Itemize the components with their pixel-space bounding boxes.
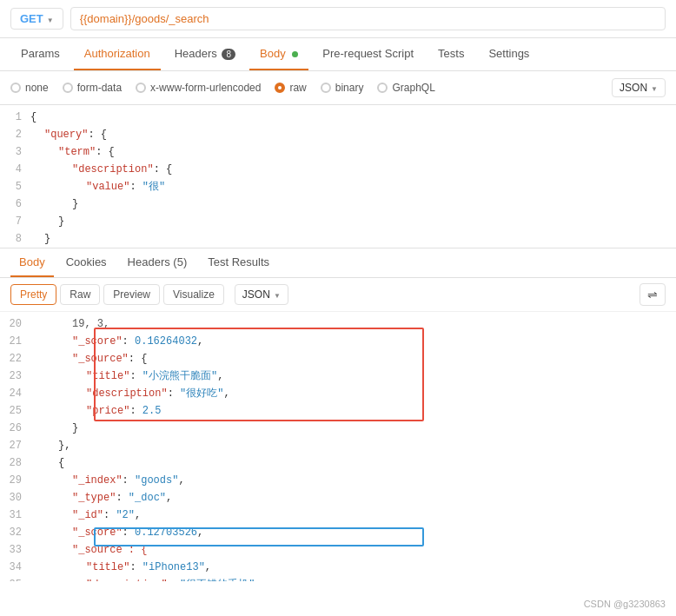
- json-format-selector[interactable]: JSON: [612, 78, 666, 97]
- view-raw-button[interactable]: Raw: [60, 284, 100, 305]
- json-chevron-icon: [651, 82, 658, 94]
- tab-headers[interactable]: Headers 8: [164, 38, 246, 70]
- resp-line-21: 21 "_score": 0.16264032,: [0, 333, 676, 350]
- body-type-raw[interactable]: raw: [275, 82, 306, 94]
- req-line-2: 2 "query": {: [0, 126, 676, 143]
- body-type-bar: none form-data x-www-form-urlencoded raw…: [0, 71, 676, 105]
- radio-binary-icon: [321, 83, 331, 93]
- resp-line-25: 25 "price": 2.5: [0, 402, 676, 420]
- view-pretty-button[interactable]: Pretty: [10, 284, 56, 305]
- resp-json-chevron-icon: [274, 288, 281, 301]
- tab-pre-request-script[interactable]: Pre-request Script: [312, 38, 424, 70]
- response-tabs: Body Cookies Headers (5) Test Results: [0, 248, 676, 278]
- resp-line-20: 20 19, 3,: [0, 315, 676, 333]
- resp-line-30: 30 "_type": "_doc",: [0, 489, 676, 507]
- resp-line-35: 35 "description": "很不错的手机",: [0, 576, 676, 581]
- response-tab-body[interactable]: Body: [10, 248, 54, 277]
- radio-formdata-icon: [63, 83, 73, 93]
- response-tab-test-results[interactable]: Test Results: [199, 248, 278, 277]
- response-toolbar: Pretty Raw Preview Visualize JSON ⇌: [0, 278, 676, 312]
- resp-line-28: 28 {: [0, 454, 676, 472]
- resp-line-33: 33 "_source : {: [0, 541, 676, 559]
- tab-authorization[interactable]: Authorization: [74, 38, 161, 70]
- body-type-urlencoded[interactable]: x-www-form-urlencoded: [136, 82, 261, 94]
- tab-body[interactable]: Body: [249, 38, 308, 70]
- headers-badge: 8: [222, 49, 235, 60]
- tab-params[interactable]: Params: [10, 38, 70, 70]
- tab-settings[interactable]: Settings: [478, 38, 540, 70]
- req-line-4: 4 "description": {: [0, 161, 676, 178]
- url-input[interactable]: [70, 7, 666, 30]
- resp-line-31: 31 "_id": "2",: [0, 507, 676, 524]
- resp-line-29: 29 "_index": "goods",: [0, 472, 676, 489]
- method-chevron-icon: [47, 12, 54, 25]
- req-line-7: 7 }: [0, 213, 676, 230]
- method-label: GET: [20, 12, 43, 25]
- resp-line-23: 23 "title": "小浣熊干脆面",: [0, 368, 676, 385]
- req-line-3: 3 "term": {: [0, 143, 676, 161]
- request-code-editor[interactable]: 1 { 2 "query": { 3 "term": { 4 "descript…: [0, 105, 676, 248]
- resp-line-22: 22 "_source": {: [0, 350, 676, 368]
- req-line-1: 1 {: [0, 109, 676, 126]
- resp-line-32: 32 "_score": 0.12703526,: [0, 524, 676, 541]
- req-line-6: 6 }: [0, 195, 676, 213]
- body-type-none[interactable]: none: [10, 82, 49, 94]
- body-dot-indicator: [292, 51, 298, 57]
- body-type-graphql[interactable]: GraphQL: [377, 82, 434, 94]
- watermark: CSDN @g3230863: [584, 599, 666, 609]
- radio-none-icon: [10, 83, 21, 93]
- body-type-form-data[interactable]: form-data: [63, 82, 122, 94]
- resp-line-26: 26 }: [0, 420, 676, 437]
- response-code-area: 20 19, 3, 21 "_score": 0.16264032, 22 "_…: [0, 312, 676, 581]
- req-line-5: 5 "value": "很": [0, 178, 676, 195]
- method-select[interactable]: GET: [10, 8, 63, 30]
- response-tab-cookies[interactable]: Cookies: [57, 248, 116, 277]
- radio-raw-icon: [275, 83, 285, 93]
- view-visualize-button[interactable]: Visualize: [163, 284, 224, 305]
- view-preview-button[interactable]: Preview: [103, 284, 160, 305]
- response-tab-headers[interactable]: Headers (5): [119, 248, 196, 277]
- response-json-selector[interactable]: JSON: [235, 284, 288, 305]
- resp-line-24: 24 "description": "很好吃",: [0, 385, 676, 402]
- radio-graphql-icon: [377, 83, 388, 93]
- resp-line-27: 27 },: [0, 437, 676, 454]
- resp-line-34: 34 "title": "iPhone13",: [0, 559, 676, 576]
- radio-urlencoded-icon: [136, 83, 146, 93]
- tab-tests[interactable]: Tests: [427, 38, 474, 70]
- body-type-binary[interactable]: binary: [321, 82, 364, 94]
- req-line-8: 8 }: [0, 230, 676, 248]
- sort-icon[interactable]: ⇌: [640, 283, 666, 306]
- url-bar: GET: [0, 0, 676, 38]
- nav-tabs: Params Authorization Headers 8 Body Pre-…: [0, 38, 676, 71]
